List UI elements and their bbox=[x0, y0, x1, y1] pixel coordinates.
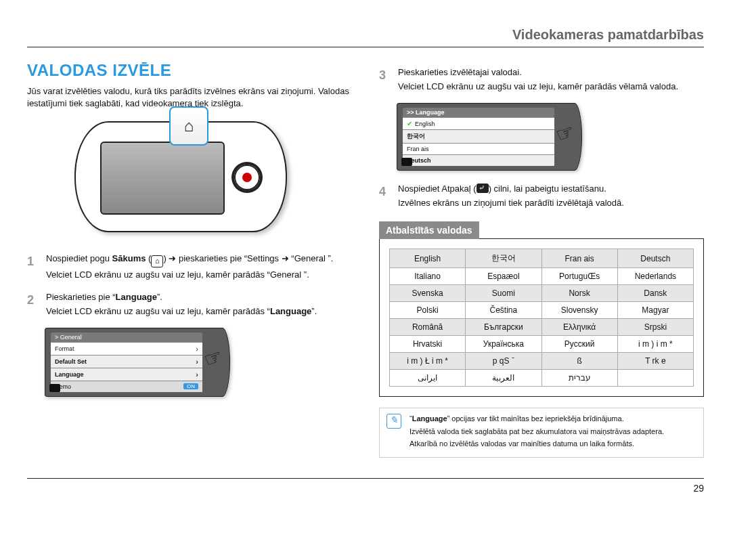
menu-row-default-set: Default Set› bbox=[51, 355, 202, 368]
table-row: Italiano Espaæol PortuguŒs Nederlands bbox=[390, 268, 694, 285]
lang-row-korean: 한국어 bbox=[403, 129, 554, 143]
step-number: 2 bbox=[27, 291, 39, 318]
menu-row-demo: DemoON bbox=[51, 381, 202, 392]
lcd-header: > General bbox=[51, 332, 202, 342]
step-1: 1 Nospiediet pogu Sākums (⌂) ➜ pieskarie… bbox=[27, 253, 352, 282]
record-button-icon bbox=[234, 165, 260, 190]
supported-languages-header: Atbalstītās valodas bbox=[379, 221, 479, 239]
intro-text: Jūs varat izvēlēties valodu, kurā tiks p… bbox=[27, 85, 352, 109]
breadcrumb: Videokameras pamatdarbības bbox=[27, 27, 704, 47]
step-4: 4 Nospiediet Atpakaļ () cilni, lai pabei… bbox=[379, 183, 704, 210]
menu-row-language: Language› bbox=[51, 368, 202, 381]
home-button-callout: ⌂ bbox=[169, 106, 208, 146]
step-3: 3 Pieskarieties izvēlētajai valodai. Vel… bbox=[379, 66, 704, 93]
table-row: Hrvatski Українська Русский i m ) i m * bbox=[390, 336, 694, 353]
lang-row-english: ✔English bbox=[403, 117, 554, 129]
table-row: Română Български Ελληνικά Srpski bbox=[390, 319, 694, 336]
chevron-right-icon: › bbox=[196, 358, 198, 366]
back-icon bbox=[401, 158, 412, 166]
camcorder-illustration: ⌂ bbox=[74, 121, 305, 232]
table-row: English 한국어 Fran ais Deutsch bbox=[390, 249, 694, 268]
hand-tap-icon: ☞ bbox=[553, 119, 578, 147]
table-row: Polski Čeština Slovensky Magyar bbox=[390, 302, 694, 319]
lcd-header: >> Language bbox=[403, 108, 554, 117]
lcd-general-menu: > General Format› Default Set› Language›… bbox=[45, 328, 230, 397]
step1-sub: Velciet LCD ekrānu uz augšu vai uz leju,… bbox=[46, 269, 352, 282]
home-icon: ⌂ bbox=[151, 255, 163, 267]
step1-text: Nospiediet pogu bbox=[46, 253, 112, 263]
table-row: Svenska Suomi Norsk Dansk bbox=[390, 285, 694, 302]
step-number: 1 bbox=[27, 253, 39, 282]
hand-tap-icon: ☞ bbox=[201, 343, 226, 372]
lcd-language-menu: >> Language ✔English 한국어 Fran ais Deutsc… bbox=[397, 103, 582, 171]
section-title: VALODAS IZVĒLE bbox=[27, 61, 352, 80]
table-row: i m ) Ł i m * p qS ˉ ß T rk e bbox=[390, 353, 694, 370]
menu-row-format: Format› bbox=[51, 342, 202, 355]
back-icon bbox=[49, 384, 60, 392]
check-icon: ✔ bbox=[407, 120, 412, 127]
step-number: 4 bbox=[379, 183, 391, 210]
supported-languages-box: English 한국어 Fran ais Deutsch Italiano Es… bbox=[379, 238, 704, 397]
note-box: ✎ “Language” opcijas var tikt mainītas b… bbox=[379, 408, 704, 457]
language-table: English 한국어 Fran ais Deutsch Italiano Es… bbox=[389, 249, 694, 387]
chevron-right-icon: › bbox=[196, 370, 198, 379]
chevron-right-icon: › bbox=[196, 345, 198, 353]
back-icon bbox=[477, 184, 489, 193]
lang-row-german: Deutsch bbox=[403, 154, 554, 166]
page-number: 29 bbox=[27, 478, 704, 494]
note-icon: ✎ bbox=[386, 414, 401, 429]
on-toggle: ON bbox=[183, 383, 198, 389]
table-row: ﺍﻳﺮﺍﻧﯽ ﺍﻟﻌﺮﺑﻴﺔ עברית bbox=[390, 370, 694, 387]
lang-row-french: Fran ais bbox=[403, 143, 554, 154]
step-2: 2 Pieskarieties pie “Language”. Velciet … bbox=[27, 291, 352, 318]
home-icon: ⌂ bbox=[184, 116, 194, 135]
step-number: 3 bbox=[379, 66, 391, 93]
